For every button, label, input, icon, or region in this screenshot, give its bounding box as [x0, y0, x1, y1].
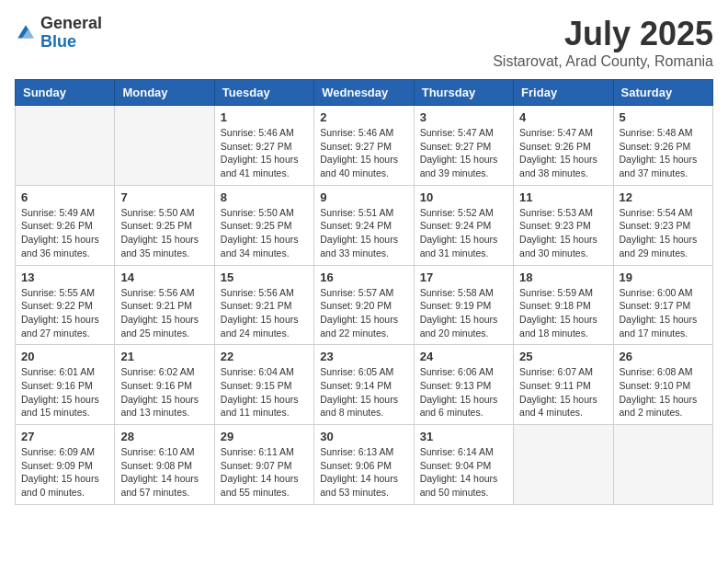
day-detail: Sunrise: 5:51 AM Sunset: 9:24 PM Dayligh…: [320, 206, 407, 260]
calendar-header: SundayMondayTuesdayWednesdayThursdayFrid…: [16, 80, 713, 106]
title-block: July 2025 Sistarovat, Arad County, Roman…: [493, 15, 713, 70]
calendar-cell: 23Sunrise: 6:05 AM Sunset: 9:14 PM Dayli…: [314, 345, 414, 425]
day-number: 9: [320, 190, 407, 204]
calendar-cell: [16, 106, 115, 186]
week-row-1: 1Sunrise: 5:46 AM Sunset: 9:27 PM Daylig…: [16, 106, 713, 186]
day-number: 6: [21, 190, 108, 204]
day-number: 3: [420, 110, 507, 124]
weekday-header-wednesday: Wednesday: [314, 80, 414, 106]
day-detail: Sunrise: 5:58 AM Sunset: 9:19 PM Dayligh…: [420, 286, 507, 340]
day-detail: Sunrise: 5:55 AM Sunset: 9:22 PM Dayligh…: [21, 286, 108, 340]
day-detail: Sunrise: 5:47 AM Sunset: 9:27 PM Dayligh…: [420, 126, 507, 180]
calendar-cell: 20Sunrise: 6:01 AM Sunset: 9:16 PM Dayli…: [16, 345, 115, 425]
day-detail: Sunrise: 5:54 AM Sunset: 9:23 PM Dayligh…: [620, 206, 707, 260]
day-number: 14: [120, 270, 208, 284]
calendar-cell: 21Sunrise: 6:02 AM Sunset: 9:16 PM Dayli…: [115, 345, 214, 425]
calendar-cell: 9Sunrise: 5:51 AM Sunset: 9:24 PM Daylig…: [314, 185, 414, 265]
day-number: 5: [620, 110, 707, 124]
day-detail: Sunrise: 5:46 AM Sunset: 9:27 PM Dayligh…: [221, 126, 308, 180]
day-number: 25: [519, 350, 607, 363]
day-number: 20: [21, 350, 108, 363]
page-header: General Blue July 2025 Sistarovat, Arad …: [15, 15, 713, 70]
weekday-header-saturday: Saturday: [613, 80, 712, 106]
calendar-cell: 19Sunrise: 6:00 AM Sunset: 9:17 PM Dayli…: [613, 265, 712, 345]
day-detail: Sunrise: 5:52 AM Sunset: 9:24 PM Dayligh…: [420, 206, 507, 260]
calendar-cell: 12Sunrise: 5:54 AM Sunset: 9:23 PM Dayli…: [613, 185, 712, 265]
calendar-cell: 22Sunrise: 6:04 AM Sunset: 9:15 PM Dayli…: [214, 345, 313, 425]
calendar-cell: 2Sunrise: 5:46 AM Sunset: 9:27 PM Daylig…: [314, 106, 414, 186]
weekday-header-thursday: Thursday: [414, 80, 513, 106]
week-row-4: 20Sunrise: 6:01 AM Sunset: 9:16 PM Dayli…: [16, 345, 713, 425]
day-number: 23: [320, 350, 407, 363]
calendar-cell: 10Sunrise: 5:52 AM Sunset: 9:24 PM Dayli…: [414, 185, 513, 265]
calendar-cell: 15Sunrise: 5:56 AM Sunset: 9:21 PM Dayli…: [214, 265, 313, 345]
calendar-cell: 27Sunrise: 6:09 AM Sunset: 9:09 PM Dayli…: [16, 425, 115, 505]
calendar-cell: [514, 425, 613, 505]
day-detail: Sunrise: 5:49 AM Sunset: 9:26 PM Dayligh…: [21, 206, 108, 260]
weekday-header-sunday: Sunday: [16, 80, 115, 106]
day-detail: Sunrise: 5:57 AM Sunset: 9:20 PM Dayligh…: [320, 286, 407, 340]
day-detail: Sunrise: 6:01 AM Sunset: 9:16 PM Dayligh…: [21, 365, 108, 419]
calendar-cell: 17Sunrise: 5:58 AM Sunset: 9:19 PM Dayli…: [414, 265, 513, 345]
day-detail: Sunrise: 6:07 AM Sunset: 9:11 PM Dayligh…: [519, 365, 607, 419]
day-detail: Sunrise: 6:14 AM Sunset: 9:04 PM Dayligh…: [420, 445, 507, 500]
calendar-body: 1Sunrise: 5:46 AM Sunset: 9:27 PM Daylig…: [16, 106, 713, 505]
day-number: 1: [221, 110, 308, 124]
weekday-header-friday: Friday: [514, 80, 613, 106]
calendar-cell: 1Sunrise: 5:46 AM Sunset: 9:27 PM Daylig…: [214, 106, 313, 186]
day-detail: Sunrise: 5:50 AM Sunset: 9:25 PM Dayligh…: [120, 206, 208, 260]
calendar-cell: 11Sunrise: 5:53 AM Sunset: 9:23 PM Dayli…: [514, 185, 613, 265]
calendar-title: July 2025: [493, 15, 713, 53]
day-number: 28: [120, 430, 208, 443]
calendar-cell: 16Sunrise: 5:57 AM Sunset: 9:20 PM Dayli…: [314, 265, 414, 345]
weekday-header-monday: Monday: [115, 80, 214, 106]
day-number: 11: [519, 190, 607, 204]
day-detail: Sunrise: 5:53 AM Sunset: 9:23 PM Dayligh…: [519, 206, 607, 260]
week-row-3: 13Sunrise: 5:55 AM Sunset: 9:22 PM Dayli…: [16, 265, 713, 345]
day-detail: Sunrise: 5:46 AM Sunset: 9:27 PM Dayligh…: [320, 126, 407, 180]
day-number: 15: [221, 270, 308, 284]
day-number: 2: [320, 110, 407, 124]
calendar-table: SundayMondayTuesdayWednesdayThursdayFrid…: [15, 79, 713, 505]
day-number: 17: [420, 270, 507, 284]
weekday-header-tuesday: Tuesday: [214, 80, 313, 106]
day-detail: Sunrise: 6:08 AM Sunset: 9:10 PM Dayligh…: [620, 365, 707, 419]
calendar-cell: 14Sunrise: 5:56 AM Sunset: 9:21 PM Dayli…: [115, 265, 214, 345]
day-detail: Sunrise: 5:59 AM Sunset: 9:18 PM Dayligh…: [519, 286, 607, 340]
calendar-cell: 24Sunrise: 6:06 AM Sunset: 9:13 PM Dayli…: [414, 345, 513, 425]
day-detail: Sunrise: 5:47 AM Sunset: 9:26 PM Dayligh…: [519, 126, 607, 180]
calendar-cell: 7Sunrise: 5:50 AM Sunset: 9:25 PM Daylig…: [115, 185, 214, 265]
day-number: 7: [120, 190, 208, 204]
day-number: 30: [320, 430, 407, 443]
day-number: 24: [420, 350, 507, 363]
logo: General Blue: [15, 15, 102, 52]
calendar-cell: [613, 425, 712, 505]
day-number: 21: [120, 350, 208, 363]
day-number: 31: [420, 430, 507, 443]
day-detail: Sunrise: 6:09 AM Sunset: 9:09 PM Dayligh…: [21, 445, 108, 500]
calendar-cell: 26Sunrise: 6:08 AM Sunset: 9:10 PM Dayli…: [613, 345, 712, 425]
calendar-cell: 13Sunrise: 5:55 AM Sunset: 9:22 PM Dayli…: [16, 265, 115, 345]
day-number: 22: [221, 350, 308, 363]
calendar-cell: 3Sunrise: 5:47 AM Sunset: 9:27 PM Daylig…: [414, 106, 513, 186]
day-number: 4: [519, 110, 607, 124]
calendar-cell: 31Sunrise: 6:14 AM Sunset: 9:04 PM Dayli…: [414, 425, 513, 505]
calendar-cell: 30Sunrise: 6:13 AM Sunset: 9:06 PM Dayli…: [314, 425, 414, 505]
week-row-2: 6Sunrise: 5:49 AM Sunset: 9:26 PM Daylig…: [16, 185, 713, 265]
logo-blue-text: Blue: [40, 33, 102, 52]
logo-icon: [15, 22, 37, 44]
day-detail: Sunrise: 6:13 AM Sunset: 9:06 PM Dayligh…: [320, 445, 407, 500]
calendar-cell: 18Sunrise: 5:59 AM Sunset: 9:18 PM Dayli…: [514, 265, 613, 345]
day-number: 8: [221, 190, 308, 204]
day-number: 12: [620, 190, 707, 204]
calendar-cell: 28Sunrise: 6:10 AM Sunset: 9:08 PM Dayli…: [115, 425, 214, 505]
calendar-cell: 5Sunrise: 5:48 AM Sunset: 9:26 PM Daylig…: [613, 106, 712, 186]
day-number: 27: [21, 430, 108, 443]
day-number: 16: [320, 270, 407, 284]
day-detail: Sunrise: 5:48 AM Sunset: 9:26 PM Dayligh…: [620, 126, 707, 180]
day-number: 19: [620, 270, 707, 284]
logo-general-text: General: [40, 15, 102, 33]
calendar-cell: [115, 106, 214, 186]
logo-text: General Blue: [40, 15, 102, 52]
day-detail: Sunrise: 5:50 AM Sunset: 9:25 PM Dayligh…: [221, 206, 308, 260]
